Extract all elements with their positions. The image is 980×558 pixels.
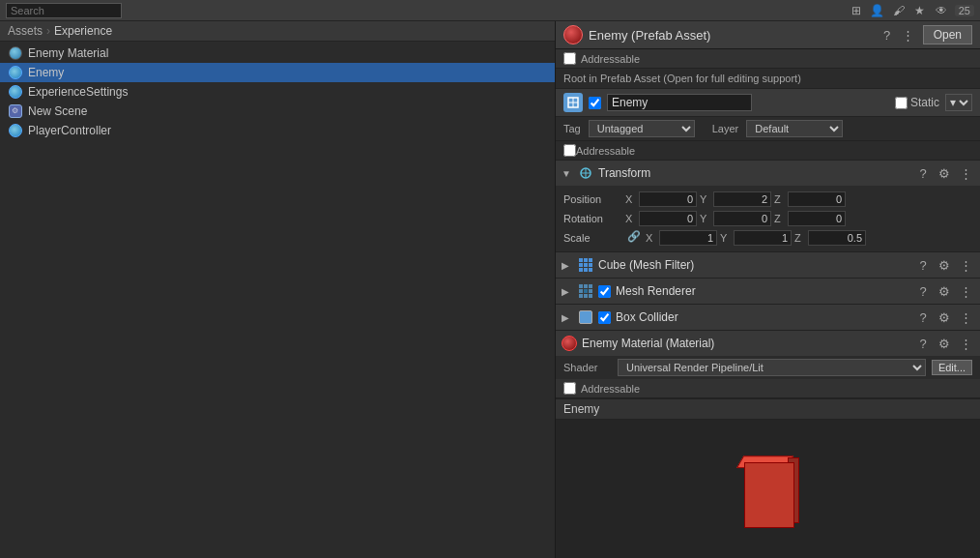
inspector-header: Enemy (Prefab Asset) ? ⋮ Open (556, 21, 980, 49)
addressable-checkbox-mat[interactable] (563, 382, 576, 395)
mf-help-icon[interactable]: ? (914, 256, 932, 274)
material-name: Enemy Material (Material) (582, 337, 909, 350)
mat-settings-icon[interactable]: ⚙ (936, 335, 953, 352)
material-section: Enemy Material (Material) ? ⚙ ⋮ Shader U… (556, 331, 980, 399)
material-actions: ? ⚙ ⋮ (914, 335, 974, 352)
mr-help-icon[interactable]: ? (914, 282, 932, 300)
box-collider-component: ▶ Box Collider ? ⚙ ⋮ (556, 305, 980, 331)
help-icon[interactable]: ? (879, 26, 896, 44)
mesh-filter-component: ▶ Cube (Mesh Filter) ? ⚙ ⋮ (556, 252, 980, 279)
tag-label: Tag (563, 123, 581, 134)
item-label: Enemy (28, 66, 64, 79)
mr-settings-icon[interactable]: ⚙ (936, 282, 953, 300)
mf-settings-icon[interactable]: ⚙ (936, 256, 953, 274)
item-label: New Scene (28, 104, 87, 118)
box-collider-header[interactable]: ▶ Box Collider ? ⚙ ⋮ (556, 305, 980, 330)
gameobject-active-checkbox[interactable] (589, 97, 601, 109)
mesh-renderer-active-checkbox[interactable] (598, 285, 611, 298)
right-panel: Enemy (Prefab Asset) ? ⋮ Open Addressabl… (556, 21, 980, 558)
position-x-input[interactable] (639, 191, 697, 207)
tag-layer-row: Tag Untagged Layer Default (556, 117, 980, 141)
mesh-renderer-component: ▶ Mesh Renderer ? ⚙ ⋮ (556, 279, 980, 305)
transform-header[interactable]: ▼ Transform ? ⚙ ⋮ (556, 161, 980, 186)
preview-cube (736, 451, 799, 528)
list-item[interactable]: Enemy (0, 63, 555, 82)
addressable-checkbox-top[interactable] (563, 52, 576, 65)
link-icon[interactable]: 🔗 (627, 230, 641, 246)
mat-help-icon[interactable]: ? (914, 335, 932, 352)
edit-button[interactable]: Edit... (932, 360, 972, 375)
scale-y-axis: Y (720, 230, 792, 246)
list-item[interactable]: Enemy Material (0, 44, 555, 63)
mr-more-icon[interactable]: ⋮ (957, 282, 974, 300)
shader-select[interactable]: Universal Render Pipeline/Lit (618, 359, 926, 376)
caret-icon: ▶ (562, 312, 573, 323)
transform-fields: Position X Y Z (556, 186, 980, 251)
rotation-z-input[interactable] (788, 211, 846, 226)
x-label: X (646, 232, 657, 244)
static-checkbox[interactable] (895, 97, 908, 109)
addressable-row2: Addressable (556, 141, 980, 161)
rotation-axis-group: X Y Z (625, 211, 972, 226)
scale-axis-group: 🔗 X Y Z (625, 230, 972, 246)
rotation-x-input[interactable] (639, 211, 697, 226)
gameobject-name-input[interactable] (607, 94, 752, 111)
addressable-label-mat: Addressable (581, 383, 640, 395)
list-item[interactable]: New Scene (0, 102, 555, 121)
search-input[interactable] (6, 3, 122, 18)
mat-more-icon[interactable]: ⋮ (957, 335, 974, 352)
static-label: Static (895, 96, 939, 109)
scale-x-input[interactable] (659, 230, 717, 246)
open-button[interactable]: Open (923, 25, 972, 44)
z-label: Z (794, 232, 806, 244)
scale-y-input[interactable] (734, 230, 792, 246)
preview-section: Enemy (556, 399, 980, 558)
rotation-y-input[interactable] (713, 211, 771, 226)
scale-z-input[interactable] (808, 230, 866, 246)
caret-icon: ▶ (562, 260, 573, 271)
transform-more-icon[interactable]: ⋮ (957, 164, 974, 182)
list-item[interactable]: PlayerController (0, 121, 555, 140)
box-collider-actions: ? ⚙ ⋮ (914, 308, 974, 326)
mf-more-icon[interactable]: ⋮ (957, 256, 974, 274)
y-label: Y (720, 232, 732, 244)
position-axis-group: X Y Z (625, 191, 972, 207)
sphere-icon (8, 45, 23, 61)
scale-row: Scale 🔗 X Y Z (563, 228, 972, 248)
position-z-input[interactable] (788, 191, 846, 207)
position-y-input[interactable] (713, 191, 771, 207)
brush-icon[interactable]: 🖌 (891, 3, 907, 18)
bc-more-icon[interactable]: ⋮ (957, 308, 974, 326)
addressable-checkbox-2[interactable] (563, 144, 576, 157)
transform-help-icon[interactable]: ? (914, 164, 932, 182)
breadcrumb-current: Experience (54, 24, 112, 38)
layer-select[interactable]: Default (746, 120, 843, 137)
eye-icon[interactable]: 👁 (934, 3, 949, 18)
caret-icon: ▶ (562, 286, 573, 297)
list-item[interactable]: ExperienceSettings (0, 82, 555, 102)
position-z-axis: Z (774, 191, 846, 207)
tag-select[interactable]: Untagged (589, 120, 695, 137)
static-dropdown[interactable]: ▾ (945, 94, 972, 111)
rotation-row: Rotation X Y Z (563, 209, 972, 228)
prefab-icon (8, 65, 23, 80)
user-icon[interactable]: 👤 (870, 3, 885, 18)
transform-settings-icon[interactable]: ⚙ (936, 164, 953, 182)
go-right: Static ▾ (895, 94, 972, 111)
transform-component: ▼ Transform ? ⚙ ⋮ Posit (556, 161, 980, 252)
layout-icon[interactable]: ⊞ (849, 3, 864, 18)
transform-name: Transform (598, 166, 909, 180)
mesh-renderer-header[interactable]: ▶ Mesh Renderer ? ⚙ ⋮ (556, 279, 980, 304)
z-label: Z (774, 193, 786, 205)
bc-settings-icon[interactable]: ⚙ (936, 308, 953, 326)
box-collider-active-checkbox[interactable] (598, 311, 611, 324)
star-icon[interactable]: ★ (912, 3, 928, 18)
addressable-row-top: Addressable (556, 49, 980, 69)
asset-list: Enemy Material Enemy ExperienceSettings … (0, 42, 555, 558)
breadcrumb-parent[interactable]: Assets (8, 24, 43, 38)
mesh-filter-header[interactable]: ▶ Cube (Mesh Filter) ? ⚙ ⋮ (556, 252, 980, 278)
inspector-title: Enemy (Prefab Asset) (589, 28, 873, 43)
more-icon[interactable]: ⋮ (900, 26, 917, 44)
bc-help-icon[interactable]: ? (914, 308, 932, 326)
y-label: Y (700, 213, 711, 224)
